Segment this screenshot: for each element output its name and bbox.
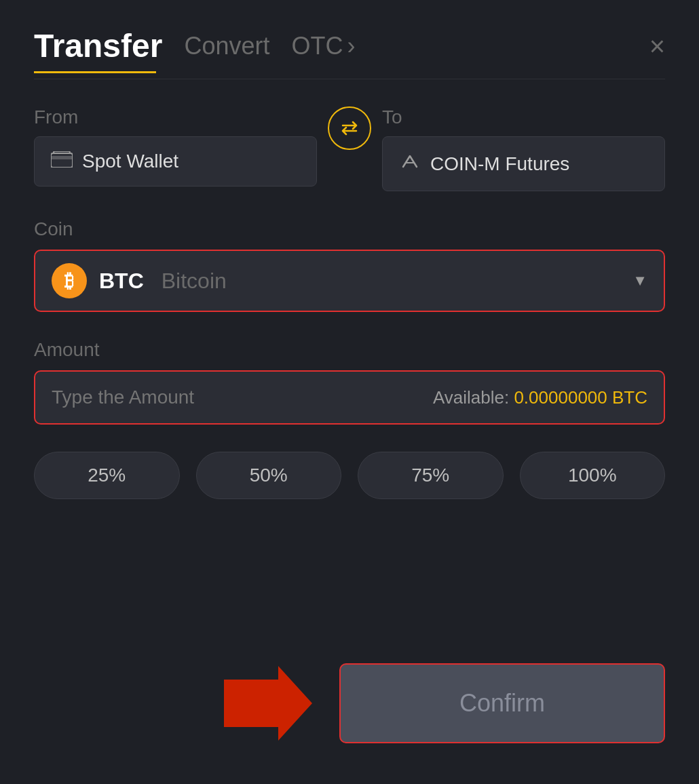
- amount-section: Amount Available: 0.00000000 BTC: [34, 339, 665, 425]
- swap-button[interactable]: [328, 106, 371, 150]
- coin-full-name: Bitcoin: [162, 269, 227, 294]
- coin-label: Coin: [34, 218, 665, 240]
- to-wallet-label: COIN-M Futures: [430, 153, 569, 175]
- to-label: To: [382, 106, 665, 128]
- amount-input[interactable]: [52, 387, 350, 408]
- amount-input-box: Available: 0.00000000 BTC: [34, 370, 665, 425]
- svg-rect-0: [51, 153, 73, 168]
- available-text: Available: 0.00000000 BTC: [433, 387, 647, 408]
- close-button[interactable]: ×: [649, 33, 665, 60]
- from-section: From Spot Wallet: [34, 106, 317, 187]
- wallet-icon: [51, 151, 73, 172]
- coin-section: Coin ₿ BTC Bitcoin ▼: [34, 218, 665, 312]
- arrow-indicator: [224, 666, 312, 741]
- transfer-modal: Transfer Convert OTC › × From Spot Walle…: [0, 0, 699, 784]
- chevron-right-icon: ›: [347, 32, 355, 60]
- pct-75-button[interactable]: 75%: [358, 452, 504, 499]
- header-title: Transfer: [34, 27, 162, 64]
- from-wallet-label: Spot Wallet: [82, 151, 178, 172]
- pct-100-button[interactable]: 100%: [520, 452, 666, 499]
- pct-25-button[interactable]: 25%: [34, 452, 180, 499]
- red-arrow-svg: [224, 666, 312, 741]
- svg-rect-1: [51, 156, 73, 159]
- header-divider: [34, 79, 665, 79]
- percentage-row: 25% 50% 75% 100%: [34, 452, 665, 499]
- bottom-area: Confirm: [34, 663, 665, 743]
- tab-convert[interactable]: Convert: [184, 32, 269, 60]
- coin-symbol: BTC: [99, 269, 144, 294]
- from-to-row: From Spot Wallet: [34, 106, 665, 191]
- swap-button-wrapper: [317, 106, 382, 158]
- tab-otc[interactable]: OTC ›: [291, 32, 355, 60]
- from-wallet-selector[interactable]: Spot Wallet: [34, 136, 317, 187]
- svg-marker-2: [224, 666, 312, 741]
- available-amount: 0.00000000 BTC: [514, 387, 647, 408]
- modal-header: Transfer Convert OTC › ×: [34, 27, 665, 64]
- coin-selector[interactable]: ₿ BTC Bitcoin ▼: [34, 250, 665, 312]
- confirm-button[interactable]: Confirm: [339, 663, 665, 743]
- btc-icon: ₿: [52, 263, 87, 298]
- to-wallet-selector[interactable]: COIN-M Futures: [382, 136, 665, 191]
- chevron-down-icon: ▼: [632, 272, 647, 290]
- amount-label: Amount: [34, 339, 665, 361]
- to-section: To COIN-M Futures: [382, 106, 665, 191]
- from-label: From: [34, 106, 317, 128]
- pct-50-button[interactable]: 50%: [196, 452, 342, 499]
- futures-icon: [399, 151, 421, 177]
